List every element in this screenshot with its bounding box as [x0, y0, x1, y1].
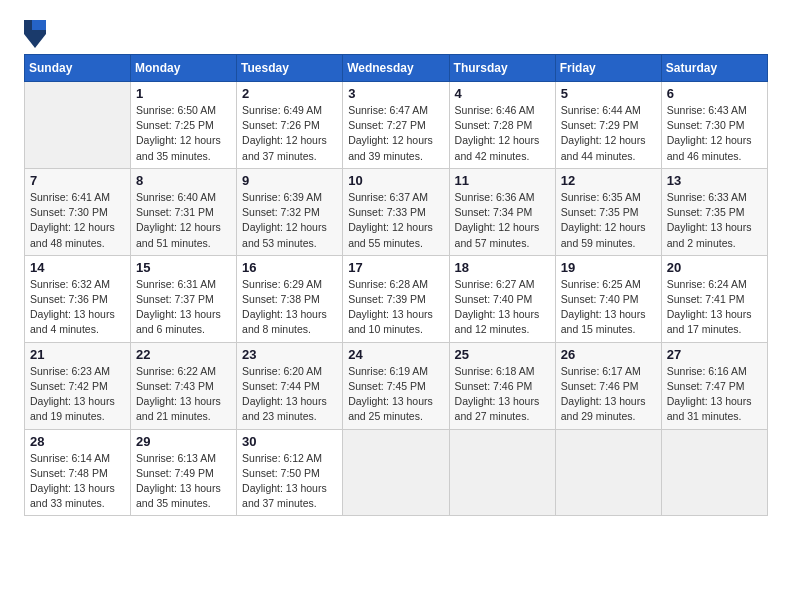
calendar-cell: 24Sunrise: 6:19 AMSunset: 7:45 PMDayligh…: [343, 342, 449, 429]
calendar-cell: 26Sunrise: 6:17 AMSunset: 7:46 PMDayligh…: [555, 342, 661, 429]
day-info: Sunrise: 6:16 AMSunset: 7:47 PMDaylight:…: [667, 364, 762, 425]
calendar-week-row: 21Sunrise: 6:23 AMSunset: 7:42 PMDayligh…: [25, 342, 768, 429]
day-info: Sunrise: 6:27 AMSunset: 7:40 PMDaylight:…: [455, 277, 550, 338]
calendar-cell: 15Sunrise: 6:31 AMSunset: 7:37 PMDayligh…: [131, 255, 237, 342]
day-number: 22: [136, 347, 231, 362]
calendar-cell: 8Sunrise: 6:40 AMSunset: 7:31 PMDaylight…: [131, 168, 237, 255]
day-info: Sunrise: 6:20 AMSunset: 7:44 PMDaylight:…: [242, 364, 337, 425]
day-number: 13: [667, 173, 762, 188]
day-number: 12: [561, 173, 656, 188]
day-number: 18: [455, 260, 550, 275]
day-info: Sunrise: 6:17 AMSunset: 7:46 PMDaylight:…: [561, 364, 656, 425]
day-number: 8: [136, 173, 231, 188]
logo-icon: [24, 20, 46, 48]
day-info: Sunrise: 6:14 AMSunset: 7:48 PMDaylight:…: [30, 451, 125, 512]
calendar-cell: 27Sunrise: 6:16 AMSunset: 7:47 PMDayligh…: [661, 342, 767, 429]
calendar-cell: 17Sunrise: 6:28 AMSunset: 7:39 PMDayligh…: [343, 255, 449, 342]
calendar-cell: 9Sunrise: 6:39 AMSunset: 7:32 PMDaylight…: [237, 168, 343, 255]
day-number: 6: [667, 86, 762, 101]
calendar-week-row: 7Sunrise: 6:41 AMSunset: 7:30 PMDaylight…: [25, 168, 768, 255]
day-number: 29: [136, 434, 231, 449]
calendar-cell: [343, 429, 449, 516]
day-number: 26: [561, 347, 656, 362]
calendar-cell: 13Sunrise: 6:33 AMSunset: 7:35 PMDayligh…: [661, 168, 767, 255]
calendar-header-row: SundayMondayTuesdayWednesdayThursdayFrid…: [25, 55, 768, 82]
weekday-header-monday: Monday: [131, 55, 237, 82]
day-info: Sunrise: 6:18 AMSunset: 7:46 PMDaylight:…: [455, 364, 550, 425]
calendar-cell: 18Sunrise: 6:27 AMSunset: 7:40 PMDayligh…: [449, 255, 555, 342]
day-info: Sunrise: 6:36 AMSunset: 7:34 PMDaylight:…: [455, 190, 550, 251]
weekday-header-friday: Friday: [555, 55, 661, 82]
calendar-cell: 16Sunrise: 6:29 AMSunset: 7:38 PMDayligh…: [237, 255, 343, 342]
day-number: 23: [242, 347, 337, 362]
calendar-cell: 29Sunrise: 6:13 AMSunset: 7:49 PMDayligh…: [131, 429, 237, 516]
day-number: 20: [667, 260, 762, 275]
calendar-cell: [555, 429, 661, 516]
calendar-week-row: 1Sunrise: 6:50 AMSunset: 7:25 PMDaylight…: [25, 82, 768, 169]
calendar-cell: 10Sunrise: 6:37 AMSunset: 7:33 PMDayligh…: [343, 168, 449, 255]
day-info: Sunrise: 6:35 AMSunset: 7:35 PMDaylight:…: [561, 190, 656, 251]
day-info: Sunrise: 6:39 AMSunset: 7:32 PMDaylight:…: [242, 190, 337, 251]
calendar-week-row: 14Sunrise: 6:32 AMSunset: 7:36 PMDayligh…: [25, 255, 768, 342]
day-number: 19: [561, 260, 656, 275]
day-info: Sunrise: 6:49 AMSunset: 7:26 PMDaylight:…: [242, 103, 337, 164]
day-info: Sunrise: 6:32 AMSunset: 7:36 PMDaylight:…: [30, 277, 125, 338]
calendar-cell: 7Sunrise: 6:41 AMSunset: 7:30 PMDaylight…: [25, 168, 131, 255]
weekday-header-saturday: Saturday: [661, 55, 767, 82]
day-info: Sunrise: 6:37 AMSunset: 7:33 PMDaylight:…: [348, 190, 443, 251]
calendar-cell: 22Sunrise: 6:22 AMSunset: 7:43 PMDayligh…: [131, 342, 237, 429]
calendar-cell: [661, 429, 767, 516]
day-info: Sunrise: 6:47 AMSunset: 7:27 PMDaylight:…: [348, 103, 443, 164]
calendar-cell: [449, 429, 555, 516]
day-number: 14: [30, 260, 125, 275]
day-info: Sunrise: 6:43 AMSunset: 7:30 PMDaylight:…: [667, 103, 762, 164]
calendar-cell: 30Sunrise: 6:12 AMSunset: 7:50 PMDayligh…: [237, 429, 343, 516]
day-number: 24: [348, 347, 443, 362]
day-info: Sunrise: 6:12 AMSunset: 7:50 PMDaylight:…: [242, 451, 337, 512]
calendar-cell: 19Sunrise: 6:25 AMSunset: 7:40 PMDayligh…: [555, 255, 661, 342]
day-info: Sunrise: 6:44 AMSunset: 7:29 PMDaylight:…: [561, 103, 656, 164]
day-info: Sunrise: 6:19 AMSunset: 7:45 PMDaylight:…: [348, 364, 443, 425]
calendar-cell: 23Sunrise: 6:20 AMSunset: 7:44 PMDayligh…: [237, 342, 343, 429]
calendar-cell: 1Sunrise: 6:50 AMSunset: 7:25 PMDaylight…: [131, 82, 237, 169]
day-info: Sunrise: 6:28 AMSunset: 7:39 PMDaylight:…: [348, 277, 443, 338]
day-info: Sunrise: 6:33 AMSunset: 7:35 PMDaylight:…: [667, 190, 762, 251]
day-number: 10: [348, 173, 443, 188]
day-number: 9: [242, 173, 337, 188]
weekday-header-wednesday: Wednesday: [343, 55, 449, 82]
day-info: Sunrise: 6:31 AMSunset: 7:37 PMDaylight:…: [136, 277, 231, 338]
calendar-cell: 3Sunrise: 6:47 AMSunset: 7:27 PMDaylight…: [343, 82, 449, 169]
calendar-table: SundayMondayTuesdayWednesdayThursdayFrid…: [24, 54, 768, 516]
day-number: 28: [30, 434, 125, 449]
day-info: Sunrise: 6:25 AMSunset: 7:40 PMDaylight:…: [561, 277, 656, 338]
calendar-cell: 21Sunrise: 6:23 AMSunset: 7:42 PMDayligh…: [25, 342, 131, 429]
day-number: 3: [348, 86, 443, 101]
calendar-week-row: 28Sunrise: 6:14 AMSunset: 7:48 PMDayligh…: [25, 429, 768, 516]
day-number: 5: [561, 86, 656, 101]
calendar-cell: [25, 82, 131, 169]
day-info: Sunrise: 6:29 AMSunset: 7:38 PMDaylight:…: [242, 277, 337, 338]
day-number: 7: [30, 173, 125, 188]
day-number: 30: [242, 434, 337, 449]
day-info: Sunrise: 6:13 AMSunset: 7:49 PMDaylight:…: [136, 451, 231, 512]
calendar-cell: 25Sunrise: 6:18 AMSunset: 7:46 PMDayligh…: [449, 342, 555, 429]
calendar-cell: 6Sunrise: 6:43 AMSunset: 7:30 PMDaylight…: [661, 82, 767, 169]
calendar-cell: 2Sunrise: 6:49 AMSunset: 7:26 PMDaylight…: [237, 82, 343, 169]
day-number: 16: [242, 260, 337, 275]
day-info: Sunrise: 6:23 AMSunset: 7:42 PMDaylight:…: [30, 364, 125, 425]
day-number: 15: [136, 260, 231, 275]
day-info: Sunrise: 6:22 AMSunset: 7:43 PMDaylight:…: [136, 364, 231, 425]
calendar-cell: 20Sunrise: 6:24 AMSunset: 7:41 PMDayligh…: [661, 255, 767, 342]
calendar-cell: 28Sunrise: 6:14 AMSunset: 7:48 PMDayligh…: [25, 429, 131, 516]
day-info: Sunrise: 6:41 AMSunset: 7:30 PMDaylight:…: [30, 190, 125, 251]
day-number: 4: [455, 86, 550, 101]
logo: [24, 20, 50, 48]
day-number: 11: [455, 173, 550, 188]
day-info: Sunrise: 6:24 AMSunset: 7:41 PMDaylight:…: [667, 277, 762, 338]
day-info: Sunrise: 6:46 AMSunset: 7:28 PMDaylight:…: [455, 103, 550, 164]
calendar-cell: 14Sunrise: 6:32 AMSunset: 7:36 PMDayligh…: [25, 255, 131, 342]
calendar-cell: 12Sunrise: 6:35 AMSunset: 7:35 PMDayligh…: [555, 168, 661, 255]
day-number: 1: [136, 86, 231, 101]
calendar-cell: 5Sunrise: 6:44 AMSunset: 7:29 PMDaylight…: [555, 82, 661, 169]
weekday-header-tuesday: Tuesday: [237, 55, 343, 82]
